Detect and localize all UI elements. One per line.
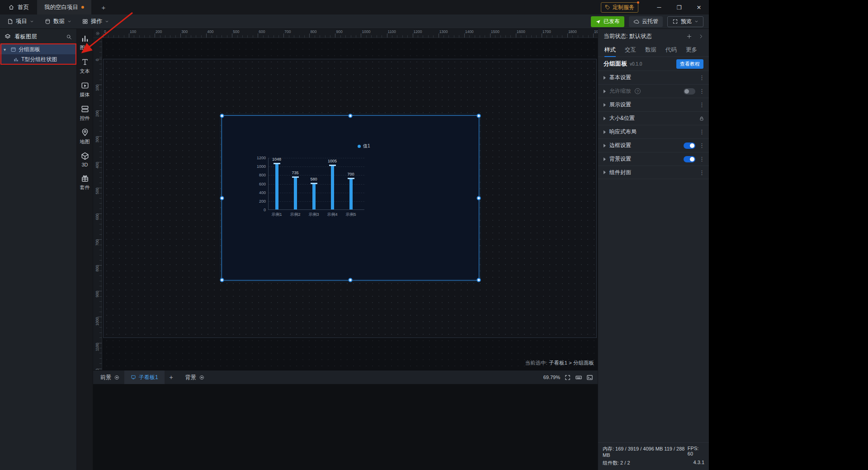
cloud-host-button[interactable]: 云托管 xyxy=(629,16,663,27)
section-caret-icon[interactable] xyxy=(604,76,606,80)
section-toggle[interactable] xyxy=(684,88,695,95)
search-icon[interactable] xyxy=(66,34,72,40)
inspector-section-7[interactable]: 组件封面⋮ xyxy=(598,166,709,179)
ruler-v-label: 700 xyxy=(95,239,99,246)
kebab-menu-icon[interactable]: ⋮ xyxy=(699,101,704,108)
resize-handle[interactable] xyxy=(220,114,224,118)
menu-data[interactable]: 数据 xyxy=(39,14,77,28)
map-icon xyxy=(81,128,89,137)
add-state-icon[interactable] xyxy=(686,33,692,39)
console-icon[interactable] xyxy=(586,374,593,381)
section-caret-icon[interactable] xyxy=(604,130,606,134)
inspector-section-6[interactable]: 背景设置⋮ xyxy=(598,152,709,166)
inspector-section-5[interactable]: 边框设置⋮ xyxy=(598,138,709,152)
kebab-menu-icon[interactable]: ⋮ xyxy=(699,128,704,135)
tab-more[interactable]: 更多 xyxy=(686,43,697,57)
kebab-menu-icon[interactable]: ⋮ xyxy=(699,156,704,162)
background-focus-icon[interactable] xyxy=(199,375,205,380)
preview-button[interactable]: 预览 xyxy=(667,16,703,27)
close-button[interactable]: ✕ xyxy=(689,0,709,14)
section-toggle[interactable] xyxy=(684,142,695,149)
inspector-section-2[interactable]: 展示设置⋮ xyxy=(598,98,709,111)
resize-handle[interactable] xyxy=(349,114,353,118)
ruler-v-label: 400 xyxy=(95,162,99,168)
resize-handle[interactable] xyxy=(349,278,353,282)
expand-caret-icon[interactable]: ▾ xyxy=(4,47,8,52)
ruler-origin-toggle[interactable] xyxy=(93,29,102,38)
chart-legend: 值1 xyxy=(358,143,370,149)
toolbox-media[interactable]: 媒体 xyxy=(77,78,93,101)
keyboard-icon[interactable] xyxy=(575,374,582,381)
page-tab-subboard[interactable]: 子看板1 xyxy=(124,370,165,384)
toolbox-text[interactable]: 文本 xyxy=(77,54,93,78)
toolbox-kit[interactable]: 套件 xyxy=(77,171,93,194)
preview-frame-icon xyxy=(672,19,678,24)
foreground-focus-icon[interactable] xyxy=(114,375,120,380)
inspector-section-3[interactable]: 大小&位置 xyxy=(598,111,709,125)
kebab-menu-icon[interactable]: ⋮ xyxy=(699,74,704,81)
toolbox-label: 文本 xyxy=(80,68,90,75)
inspector-section-4[interactable]: 响应式布局⋮ xyxy=(598,125,709,138)
custom-service-label: 定制服务 xyxy=(613,4,634,11)
canvas-viewport[interactable]: 值1 0200400600800100012001048示例1735示例2580… xyxy=(102,38,598,370)
project-tab[interactable]: 我的空白项目 xyxy=(37,0,91,14)
ruler-h-label: 1500 xyxy=(491,29,500,34)
tab-code[interactable]: 代码 xyxy=(665,43,677,57)
section-caret-icon[interactable] xyxy=(604,90,606,93)
inspector-section-1[interactable]: 允许缩放?⋮ xyxy=(598,84,709,98)
canvas-void xyxy=(93,384,598,470)
bar-value-label: 1048 xyxy=(268,157,286,161)
ruler-h-label: 200 xyxy=(156,29,162,34)
custom-service-badge[interactable]: 定制服务 xyxy=(601,2,638,13)
pagebar: 前景 子看板1 + 背景 69.79% xyxy=(93,370,598,384)
kebab-menu-icon[interactable]: ⋮ xyxy=(699,142,704,149)
ruler-v-label: 300 xyxy=(95,136,99,142)
resize-handle[interactable] xyxy=(477,278,481,282)
foreground-label[interactable]: 前景 xyxy=(100,374,111,381)
section-label: 响应式布局 xyxy=(609,128,637,136)
help-icon[interactable]: ? xyxy=(635,88,641,94)
inspector-section-0[interactable]: 基本设置⋮ xyxy=(598,71,709,84)
home-tab[interactable]: 首页 xyxy=(0,0,37,14)
app-version: 4.3.1 xyxy=(693,460,704,466)
kebab-menu-icon[interactable]: ⋮ xyxy=(699,169,704,176)
toolbox-chart[interactable]: 图表 xyxy=(77,31,93,54)
section-label: 允许缩放 xyxy=(609,87,631,95)
resize-handle[interactable] xyxy=(477,196,481,200)
toolbox-map[interactable]: 地图 xyxy=(77,125,93,148)
section-caret-icon[interactable] xyxy=(604,103,606,107)
view-tutorial-button[interactable]: 查看教程 xyxy=(676,59,703,69)
group-panel-widget[interactable]: 值1 0200400600800100012001048示例1735示例2580… xyxy=(222,115,479,280)
section-caret-icon[interactable] xyxy=(604,157,606,161)
menu-project[interactable]: 项目 xyxy=(2,14,39,28)
layer-item-group-panel[interactable]: ▾分组面板 xyxy=(0,44,76,54)
section-caret-icon[interactable] xyxy=(604,171,606,174)
notification-dot-icon xyxy=(637,1,639,4)
toolbox-widget[interactable]: 控件 xyxy=(77,101,93,125)
layers-panel: 看板图层 ▾分组面板T型分组柱状图 xyxy=(0,29,77,470)
minimize-button[interactable]: ─ xyxy=(649,0,669,14)
section-caret-icon[interactable] xyxy=(604,144,606,147)
chevron-right-icon[interactable] xyxy=(698,34,703,39)
section-caret-icon[interactable] xyxy=(604,117,606,120)
resize-handle[interactable] xyxy=(220,196,224,200)
chart-bar xyxy=(331,166,334,209)
fit-screen-icon[interactable] xyxy=(564,374,571,381)
layer-item-t-bar-chart[interactable]: T型分组柱状图 xyxy=(0,54,76,64)
chart-bar xyxy=(349,179,353,209)
toolbox-3d[interactable]: 3D xyxy=(77,148,93,171)
resize-handle[interactable] xyxy=(477,114,481,118)
menu-action[interactable]: 操作 xyxy=(77,14,114,28)
kebab-menu-icon[interactable]: ⋮ xyxy=(699,88,704,95)
maximize-button[interactable]: ❐ xyxy=(669,0,689,14)
tab-interaction[interactable]: 交互 xyxy=(625,43,636,57)
y-tick-label: 400 xyxy=(252,190,266,195)
background-label[interactable]: 背景 xyxy=(185,374,196,381)
new-tab-button[interactable]: + xyxy=(99,4,108,11)
published-button[interactable]: 已发布 xyxy=(591,16,624,27)
add-page-button[interactable]: + xyxy=(165,374,178,381)
section-toggle[interactable] xyxy=(684,156,695,162)
tab-style[interactable]: 样式 xyxy=(604,43,616,57)
resize-handle[interactable] xyxy=(220,278,224,282)
tab-data[interactable]: 数据 xyxy=(645,43,656,57)
